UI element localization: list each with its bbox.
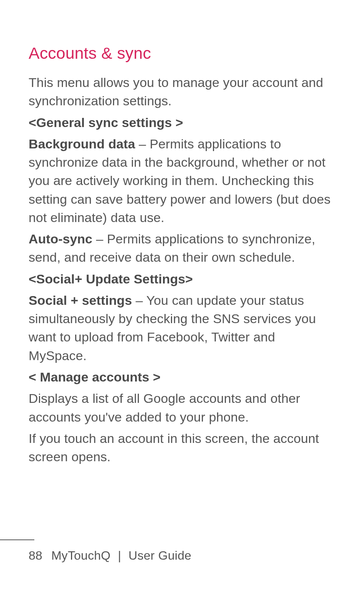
manage-accounts-header-text: < Manage accounts > <box>29 370 161 384</box>
background-data-label: Background data <box>29 137 135 151</box>
footer-text: 88 MyTouchQ | User Guide <box>29 549 335 563</box>
general-sync-header: <General sync settings > <box>29 113 335 132</box>
doc-title: User Guide <box>129 549 192 562</box>
footer-separator: | <box>118 549 121 562</box>
social-settings-label: Social + settings <box>29 293 132 307</box>
social-settings-paragraph: Social + settings – You can update your … <box>29 291 335 365</box>
social-update-header: <Social+ Update Settings> <box>29 270 335 288</box>
page-number: 88 <box>29 549 42 563</box>
document-page: Accounts & sync This menu allows you to … <box>0 0 364 466</box>
product-name: MyTouchQ <box>51 549 110 562</box>
general-sync-header-text: <General sync settings > <box>29 115 183 130</box>
manage-accounts-p2: If you touch an account in this screen, … <box>29 429 335 466</box>
manage-accounts-p1: Displays a list of all Google accounts a… <box>29 389 335 426</box>
footer-rule <box>0 539 34 540</box>
background-data-paragraph: Background data – Permits applications t… <box>29 135 335 227</box>
auto-sync-label: Auto-sync <box>29 232 92 246</box>
manage-accounts-header: < Manage accounts > <box>29 368 335 386</box>
section-heading: Accounts & sync <box>29 44 335 63</box>
social-update-header-text: <Social+ Update Settings> <box>29 272 193 286</box>
intro-paragraph: This menu allows you to manage your acco… <box>29 73 335 110</box>
page-footer: 88 MyTouchQ | User Guide <box>0 539 364 563</box>
auto-sync-paragraph: Auto-sync – Permits applications to sync… <box>29 230 335 267</box>
